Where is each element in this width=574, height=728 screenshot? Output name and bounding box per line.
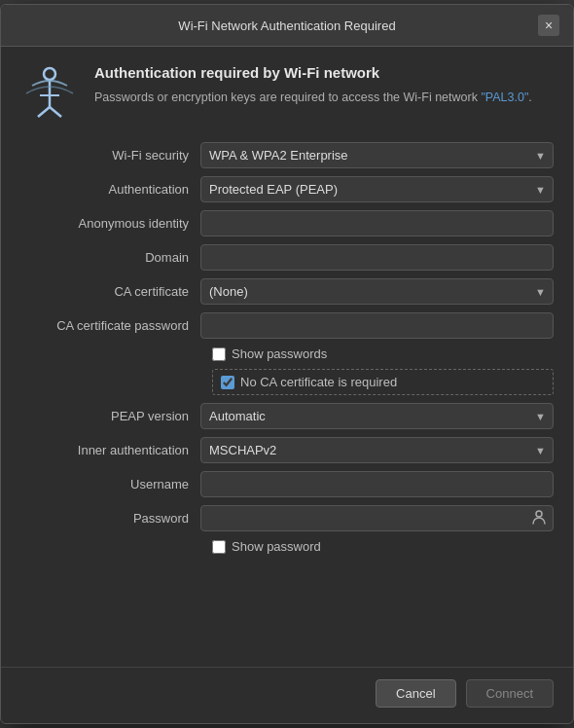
ca-certificate-label: CA certificate <box>20 284 200 299</box>
anonymous-identity-field[interactable] <box>200 210 554 237</box>
username-row: Username <box>20 471 554 497</box>
svg-line-2 <box>38 107 50 117</box>
anonymous-identity-input[interactable] <box>200 210 554 237</box>
svg-line-3 <box>50 107 61 117</box>
form-area: Wi-Fi security WPA & WPA2 Enterprise WPA… <box>1 136 573 667</box>
domain-row: Domain <box>20 244 554 271</box>
username-input[interactable] <box>200 471 554 497</box>
no-ca-row: No CA certificate is required <box>212 369 554 395</box>
domain-field[interactable] <box>200 244 554 271</box>
inner-auth-field[interactable]: MSCHAPv2 MSCHAP CHAP PAP ▼ <box>200 437 554 463</box>
ca-cert-password-row: CA certificate password <box>20 312 554 339</box>
show-password-toggle-icon[interactable] <box>530 508 548 529</box>
show-passwords-row: Show passwords <box>212 346 554 361</box>
show-password-row: Show password <box>212 539 554 554</box>
connect-button[interactable]: Connect <box>466 679 554 708</box>
peap-version-label: PEAP version <box>20 409 200 423</box>
authentication-label: Authentication <box>20 182 200 197</box>
ca-certificate-select[interactable]: (None) Choose from file... <box>200 278 554 305</box>
username-label: Username <box>20 477 200 491</box>
anonymous-identity-label: Anonymous identity <box>20 216 200 231</box>
password-input[interactable] <box>200 505 554 531</box>
svg-point-5 <box>536 511 542 517</box>
show-passwords-label[interactable]: Show passwords <box>232 346 327 361</box>
ca-cert-password-input[interactable] <box>200 312 554 339</box>
password-row: Password <box>20 505 554 531</box>
titlebar: Wi-Fi Network Authentication Required × <box>1 5 573 47</box>
wifi-security-row: Wi-Fi security WPA & WPA2 Enterprise WPA… <box>20 142 554 168</box>
wifi-security-label: Wi-Fi security <box>20 148 200 163</box>
svg-point-0 <box>44 68 55 80</box>
password-field[interactable] <box>200 505 554 531</box>
header-title: Authentication required by Wi-Fi network <box>94 64 532 81</box>
anonymous-identity-row: Anonymous identity <box>20 210 554 237</box>
no-ca-label[interactable]: No CA certificate is required <box>240 375 397 389</box>
username-field[interactable] <box>200 471 554 497</box>
cancel-button[interactable]: Cancel <box>376 679 455 708</box>
wifi-auth-dialog: Wi-Fi Network Authentication Required × … <box>0 4 574 724</box>
authentication-select[interactable]: Protected EAP (PEAP) EAP-TTLS EAP-TLS LE… <box>200 176 554 202</box>
domain-input[interactable] <box>200 244 554 271</box>
dialog-footer: Cancel Connect <box>1 667 573 723</box>
password-label: Password <box>20 511 200 526</box>
ca-cert-password-field[interactable] <box>200 312 554 339</box>
ca-cert-password-label: CA certificate password <box>20 318 200 333</box>
peap-version-select[interactable]: Automatic Version 0 Version 1 <box>200 403 554 429</box>
ca-certificate-field[interactable]: (None) Choose from file... ▼ <box>200 278 554 305</box>
peap-version-row: PEAP version Automatic Version 0 Version… <box>20 403 554 429</box>
inner-auth-label: Inner authentication <box>20 443 200 457</box>
show-password-checkbox[interactable] <box>212 540 226 554</box>
header-text: Authentication required by Wi-Fi network… <box>94 64 532 107</box>
wifi-icon <box>20 64 79 123</box>
peap-version-field[interactable]: Automatic Version 0 Version 1 ▼ <box>200 403 554 429</box>
show-passwords-checkbox[interactable] <box>212 347 226 361</box>
no-ca-checkbox[interactable] <box>221 376 234 389</box>
show-password-label[interactable]: Show password <box>232 539 321 554</box>
dialog-header: Authentication required by Wi-Fi network… <box>1 47 573 136</box>
dialog-title: Wi-Fi Network Authentication Required <box>36 18 538 33</box>
wifi-security-field[interactable]: WPA & WPA2 Enterprise WPA2 Enterprise WP… <box>200 142 554 168</box>
header-description: Passwords or encryption keys are require… <box>94 89 532 107</box>
authentication-row: Authentication Protected EAP (PEAP) EAP-… <box>20 176 554 202</box>
domain-label: Domain <box>20 250 200 265</box>
wifi-security-select[interactable]: WPA & WPA2 Enterprise WPA2 Enterprise WP… <box>200 142 554 168</box>
close-button[interactable]: × <box>538 15 559 36</box>
inner-auth-row: Inner authentication MSCHAPv2 MSCHAP CHA… <box>20 437 554 463</box>
ca-certificate-row: CA certificate (None) Choose from file..… <box>20 278 554 305</box>
inner-auth-select[interactable]: MSCHAPv2 MSCHAP CHAP PAP <box>200 437 554 463</box>
authentication-field[interactable]: Protected EAP (PEAP) EAP-TTLS EAP-TLS LE… <box>200 176 554 202</box>
